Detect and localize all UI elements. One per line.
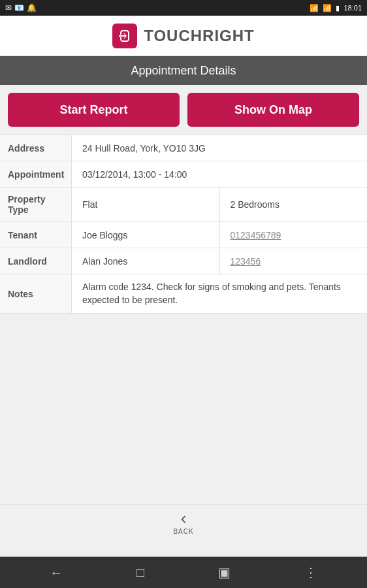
system-home-button[interactable]: □	[136, 565, 144, 580]
landlord-values: Alan Jones 123456	[72, 248, 367, 274]
status-bar-right-icons: 📶 📶 ▮ 18:01	[310, 4, 362, 12]
back-chevron-icon: ‹	[181, 510, 187, 527]
wifi-icon: 📶	[323, 4, 332, 12]
content-area	[0, 314, 367, 504]
landlord-code-link[interactable]: 123456	[231, 256, 261, 267]
property-type-row: Property Type Flat 2 Bedrooms	[0, 188, 367, 222]
appointment-label: Appointment	[0, 161, 72, 187]
bluetooth-icon: 📶	[310, 4, 319, 12]
action-buttons-container: Start Report Show On Map	[0, 85, 367, 135]
tenant-phone[interactable]: 0123456789	[220, 222, 368, 248]
back-label: BACK	[173, 528, 193, 535]
bottom-nav: ‹ BACK	[0, 504, 367, 557]
battery-icon: ▮	[336, 4, 340, 12]
time-display: 18:01	[343, 4, 362, 12]
property-type-label: Property Type	[0, 188, 72, 221]
address-value: 24 Hull Road, York, YO10 3JG	[72, 135, 367, 161]
app-header: TOUCHRIGHT	[0, 16, 367, 56]
address-label: Address	[0, 135, 72, 161]
notes-label: Notes	[0, 274, 72, 313]
email-icon: 📧	[14, 3, 24, 12]
appointment-row: Appointment 03/12/2014, 13:00 - 14:00	[0, 161, 367, 188]
landlord-name: Alan Jones	[72, 248, 220, 274]
tenant-row: Tenant Joe Bloggs 0123456789	[0, 222, 367, 248]
landlord-row: Landlord Alan Jones 123456	[0, 248, 367, 274]
notes-row: Notes Alarm code 1234. Check for signs o…	[0, 274, 367, 313]
message-icon: ✉	[5, 3, 12, 12]
property-type-bedrooms: 2 Bedrooms	[220, 188, 368, 221]
system-back-button[interactable]: ←	[50, 565, 63, 580]
tenant-phone-link[interactable]: 0123456789	[231, 230, 281, 240]
details-table: Address 24 Hull Road, York, YO10 3JG App…	[0, 135, 367, 314]
page-title: Appointment Details	[131, 64, 236, 78]
start-report-button[interactable]: Start Report	[8, 93, 180, 127]
property-type-values: Flat 2 Bedrooms	[72, 188, 367, 221]
tenant-name: Joe Bloggs	[72, 222, 220, 248]
appointment-value: 03/12/2014, 13:00 - 14:00	[72, 161, 367, 187]
system-menu-button[interactable]: ⋮	[304, 564, 317, 580]
notification-icon: 🔔	[27, 3, 37, 12]
system-nav-bar: ← □ ▣ ⋮	[0, 557, 367, 588]
property-type-type: Flat	[72, 188, 220, 221]
status-bar: ✉ 📧 🔔 📶 📶 ▮ 18:01	[0, 0, 367, 16]
back-button-area[interactable]: ‹ BACK	[173, 505, 193, 539]
show-on-map-button[interactable]: Show On Map	[187, 93, 359, 127]
app-logo-icon	[112, 24, 137, 48]
system-recents-button[interactable]: ▣	[218, 564, 231, 580]
app-logo-text: TOUCHRIGHT	[144, 27, 255, 45]
landlord-code[interactable]: 123456	[220, 248, 368, 274]
status-bar-left-icons: ✉ 📧 🔔	[5, 3, 37, 12]
landlord-label: Landlord	[0, 248, 72, 274]
address-row: Address 24 Hull Road, York, YO10 3JG	[0, 135, 367, 161]
tenant-label: Tenant	[0, 222, 72, 248]
page-title-bar: Appointment Details	[0, 56, 367, 85]
notes-value: Alarm code 1234. Check for signs of smok…	[72, 274, 367, 313]
tenant-values: Joe Bloggs 0123456789	[72, 222, 367, 248]
